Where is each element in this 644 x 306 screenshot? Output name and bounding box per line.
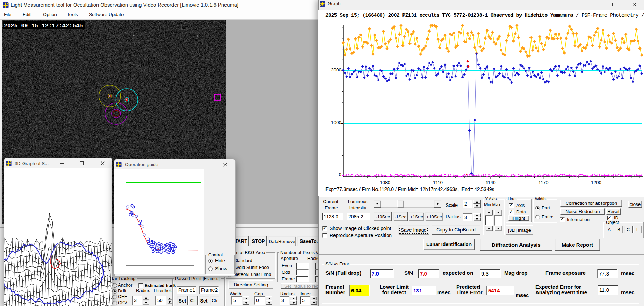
svg-text:1110: 1110: [433, 180, 443, 185]
svg-text:1080: 1080: [380, 180, 390, 185]
svg-text:1000: 1000: [331, 120, 341, 125]
svg-text:1200: 1200: [591, 180, 601, 185]
svg-text:1140: 1140: [485, 180, 495, 185]
svg-text:2000: 2000: [331, 67, 341, 72]
svg-text:0: 0: [339, 172, 341, 177]
svg-text:2025 09 15 12:17:42:545: 2025 09 15 12:17:42:545: [4, 23, 83, 29]
svg-text:1170: 1170: [538, 180, 548, 185]
